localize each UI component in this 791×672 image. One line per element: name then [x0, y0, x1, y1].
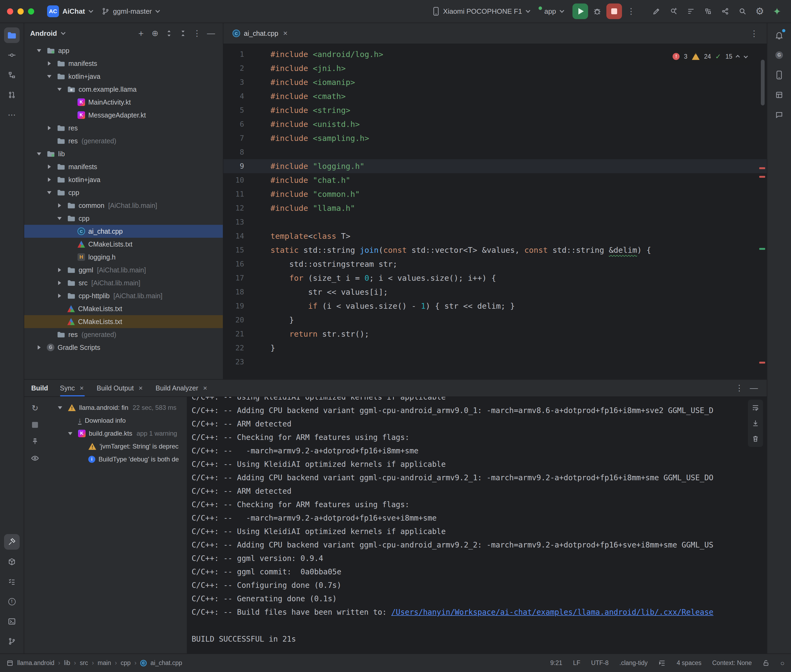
debug-button[interactable] [590, 4, 604, 18]
run-button[interactable] [573, 3, 588, 19]
stop-build-button[interactable] [29, 419, 41, 431]
line-number[interactable]: 6 [223, 117, 271, 131]
chevron-expanded-icon[interactable] [45, 188, 54, 197]
code-line-18[interactable]: 18 str << values[i]; [223, 285, 767, 299]
chevron-expanded-icon[interactable] [34, 46, 43, 55]
editor-tab-options-icon[interactable]: ⋮ [744, 29, 765, 38]
line-number[interactable]: 2 [223, 61, 271, 75]
breadcrumb-main[interactable]: main [98, 659, 111, 667]
code-line-21[interactable]: 21 return str.str(); [223, 327, 767, 341]
line-number[interactable]: 13 [223, 215, 271, 229]
more-run-options-button[interactable]: ⋮ [624, 4, 638, 18]
chevron-expanded-icon[interactable] [55, 403, 64, 412]
tool-window-button-problems[interactable]: ! [4, 594, 20, 610]
project-tree-item-cmakelists-txt[interactable]: CMakeLists.txt [24, 315, 223, 328]
line-number[interactable]: 22 [223, 341, 271, 355]
close-tab-icon[interactable]: × [79, 384, 85, 392]
settings-button[interactable]: ⚙ [753, 4, 767, 18]
hide-button[interactable]: — [205, 27, 217, 39]
line-number[interactable]: 9 [223, 159, 271, 173]
tool-window-button-gradle[interactable]: G [771, 47, 787, 63]
previous-issue-icon[interactable] [736, 55, 740, 59]
error-stripe-mark[interactable] [759, 167, 765, 169]
stop-button[interactable] [606, 3, 622, 19]
status-write-access[interactable] [762, 659, 770, 667]
expand-all-button[interactable] [163, 27, 175, 39]
line-number[interactable]: 23 [223, 355, 271, 369]
build-tree-item-build-gradle-kts[interactable]: Kbuild.gradle.ktsapp 1 warning [46, 427, 187, 440]
code-line-13[interactable]: 13 [223, 215, 767, 229]
project-tree-item-common[interactable]: common[AiChat.lib.main] [24, 199, 223, 212]
build-tree-item-download-info[interactable]: ↓Download info [46, 414, 187, 427]
project-tree-item-manifests[interactable]: manifests [24, 160, 223, 173]
line-number[interactable]: 3 [223, 75, 271, 89]
code-line-19[interactable]: 19 if (i < values.size() - 1) { str << d… [223, 299, 767, 313]
project-tree-item-res[interactable]: res [24, 122, 223, 134]
hide-build-panel-icon[interactable]: — [748, 382, 760, 394]
project-tree-item-ai-chat-cpp[interactable]: Cai_chat.cpp [24, 225, 223, 238]
editor-scrollbar[interactable] [761, 60, 765, 106]
status-line-separator[interactable]: LF [573, 659, 580, 667]
code-line-4[interactable]: 4#include <cmath> [223, 89, 767, 103]
locate-button[interactable]: ⊕ [149, 27, 161, 39]
plus-button[interactable]: + [135, 27, 147, 39]
chevron-collapsed-icon[interactable] [45, 59, 54, 68]
code-line-3[interactable]: 3#include <iomanip> [223, 75, 767, 89]
line-number[interactable]: 5 [223, 103, 271, 117]
project-tree-item-cmakelists-txt[interactable]: CMakeLists.txt [24, 302, 223, 315]
line-number[interactable]: 12 [223, 201, 271, 215]
code-line-5[interactable]: 5#include <string> [223, 103, 767, 117]
line-number[interactable]: 21 [223, 327, 271, 341]
chevron-collapsed-icon[interactable] [55, 266, 64, 275]
editor-tab-ai-chat-cpp[interactable]: C ai_chat.cpp × [226, 23, 295, 43]
project-tree-item-app[interactable]: app [24, 44, 223, 57]
run-configuration-selector[interactable]: app [535, 5, 566, 18]
minimize-window-button[interactable] [18, 8, 24, 14]
device-selector[interactable]: Xiaomi POCOPHONE F1 [429, 5, 533, 18]
options-button[interactable]: ⋮ [191, 27, 203, 39]
chevron-collapsed-icon[interactable] [34, 343, 43, 352]
project-tree-item-com-example-llama[interactable]: com.example.llama [24, 83, 223, 96]
project-tree-item-cpp-httplib[interactable]: cpp-httplib[AiChat.lib.main] [24, 290, 223, 302]
chevron-collapsed-icon[interactable] [45, 175, 54, 184]
close-tab-icon[interactable]: × [202, 384, 208, 392]
share-button[interactable] [718, 4, 732, 18]
code-line-20[interactable]: 20 } [223, 313, 767, 327]
project-tree-item-cpp[interactable]: cpp [24, 212, 223, 225]
soft-wrap-button[interactable] [749, 402, 761, 414]
status-indent-size[interactable]: 4 spaces [677, 659, 701, 667]
tool-window-button-assistant[interactable] [771, 107, 787, 123]
code-line-11[interactable]: 11#include "common.h" [223, 187, 767, 201]
line-number[interactable]: 15 [223, 243, 271, 257]
line-number[interactable]: 18 [223, 285, 271, 299]
build-tab-sync[interactable]: Sync× [60, 380, 85, 396]
code-line-22[interactable]: 22} [223, 341, 767, 355]
tool-window-button-device-manager[interactable] [771, 67, 787, 83]
project-tree-item-logging-h[interactable]: Hlogging.h [24, 251, 223, 264]
project-tree-item-gradle-scripts[interactable]: GGradle Scripts [24, 341, 223, 354]
code-line-9[interactable]: 9#include "logging.h" [223, 159, 767, 173]
error-stripe-mark[interactable] [759, 176, 765, 178]
code-line-12[interactable]: 12#include "llama.h" [223, 201, 767, 215]
build-options-icon[interactable]: ⋮ [733, 382, 745, 394]
code-line-8[interactable]: 8 [223, 145, 767, 159]
tool-window-button-version-control[interactable] [4, 634, 20, 649]
status-indent-settings[interactable] [658, 659, 666, 667]
project-tree-item-cpp[interactable]: cpp [24, 186, 223, 199]
tool-window-button-more-tools[interactable]: ⋯ [4, 107, 20, 123]
change-stripe-mark[interactable] [759, 248, 765, 250]
chevron-collapsed-icon[interactable] [45, 162, 54, 171]
line-number[interactable]: 10 [223, 173, 271, 187]
status-clang-tidy[interactable]: .clang-tidy [619, 659, 648, 667]
line-number[interactable]: 11 [223, 187, 271, 201]
tool-window-button-terminal[interactable] [4, 614, 20, 629]
pin-button[interactable] [29, 436, 41, 448]
tool-window-button-todo[interactable] [4, 574, 20, 589]
breadcrumb-cpp[interactable]: cpp [120, 659, 130, 667]
code-line-14[interactable]: 14template<class T> [223, 229, 767, 243]
code-line-6[interactable]: 6#include <unistd.h> [223, 117, 767, 131]
build-tab-build-analyzer[interactable]: Build Analyzer× [156, 380, 208, 396]
line-number[interactable]: 1 [223, 47, 271, 61]
project-selector[interactable]: AC AiChat [43, 3, 96, 19]
chevron-collapsed-icon[interactable] [45, 123, 54, 133]
